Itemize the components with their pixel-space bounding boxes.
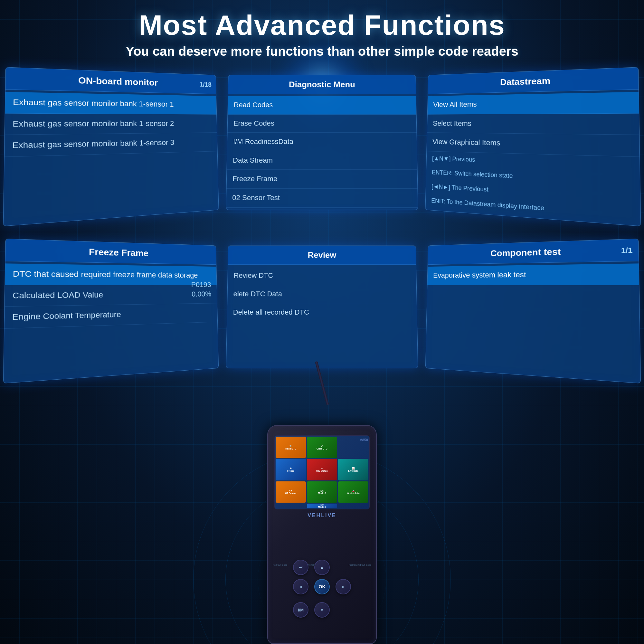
list-item: Exhaust gas sensor monilor bank 1-sensor…	[5, 113, 217, 135]
nav-ok-button[interactable]: OK	[314, 579, 330, 594]
device-screen-inner: 🔍 Read DTC ✓ Clear DTC ❄ Freeze ⚠ MIL St…	[275, 436, 369, 509]
list-item: Exhaust gas sensor monilor bank 1-sensor…	[5, 133, 217, 157]
device-btn-o2[interactable]: O₂ O2 Sensor	[276, 481, 306, 503]
list-item: elete DTC Data	[227, 285, 417, 303]
device-screen: 🔍 Read DTC ✓ Clear DTC ❄ Freeze ⚠ MIL St…	[274, 435, 370, 509]
device-btn-mode6[interactable]: M6 Mode 6	[307, 481, 337, 503]
screen-title-component: Component test	[490, 246, 561, 258]
nav-down-button[interactable]: ▼	[314, 602, 330, 618]
bottom-screens-row: Freeze Frame DTC that caused required fr…	[0, 245, 644, 368]
screen-badge-component: 1/1	[621, 246, 633, 254]
list-item: Data Stream	[227, 151, 417, 170]
screen-title-datastream: Datastream	[500, 76, 550, 87]
nav-up-button[interactable]: ▲	[314, 560, 330, 575]
status-no-fault: No Fault Code	[273, 564, 287, 566]
device-btn-empty3	[338, 504, 368, 508]
device-btn-vehicle-info[interactable]: 🚗 Vehicle Info	[338, 481, 368, 503]
device-body: 🔍 Read DTC ✓ Clear DTC ❄ Freeze ⚠ MIL St…	[267, 425, 377, 644]
device-area: 🔍 Read DTC ✓ Clear DTC ❄ Freeze ⚠ MIL St…	[209, 399, 435, 644]
nav-right-button[interactable]: ►	[336, 579, 351, 594]
screen-header-diagnostic: Diagnostic Menu	[228, 75, 416, 94]
device-btn-empty2	[276, 504, 306, 508]
device-btn-mil[interactable]: ⚠ MIL Status	[307, 459, 337, 480]
screen-header-review: Review	[228, 246, 416, 265]
list-item: Erase Codes	[227, 114, 416, 133]
list-item: Read Codes	[228, 96, 416, 115]
row-value: 0.00%	[192, 289, 211, 299]
nav-back-button[interactable]: ↩	[293, 560, 308, 575]
screen-badge-on-board: 1/18	[199, 81, 212, 88]
screen-body-freeze: DTC that caused required freeze frame da…	[4, 261, 218, 383]
screen-body-on-board: Exhaust gas sensor monilor bank 1-sensor…	[4, 90, 218, 211]
screen-body-datastream: View All Items Select Items View Graphic…	[425, 90, 640, 225]
screen-body-component: Evaporative system leak test	[426, 261, 640, 383]
device-navigation: ↩ ▲ ◄ OK ► I/M ▼	[290, 560, 354, 618]
list-item: 02 Sensor Test	[226, 189, 418, 208]
screen-review: Review Review DTC elete DTC Data Delete …	[226, 246, 418, 368]
list-item: Delete all recorded DTC	[227, 303, 417, 322]
list-item: I/M ReadinessData	[227, 133, 417, 151]
screen-diagnostic-menu: Diagnostic Menu Read Codes Erase Codes I…	[226, 75, 418, 210]
screen-title-diagnostic: Diagnostic Menu	[289, 80, 355, 89]
screen-freeze-frame: Freeze Frame DTC that caused required fr…	[3, 239, 219, 384]
list-item: DTC that caused required freeze frame da…	[5, 263, 217, 285]
screen-on-board-monitor: ON-board monitor 1/18 Exhaust gas sensor…	[3, 67, 219, 226]
device-model: V850	[360, 438, 368, 442]
screen-datastream: Datastream View All Items Select Items V…	[425, 67, 641, 226]
list-item: Freeze Frame	[226, 170, 417, 189]
screen-title-review: Review	[308, 250, 336, 260]
screen-component-test: Component test 1/1 Evaporative system le…	[425, 239, 641, 384]
row-value: P0193	[191, 280, 211, 289]
main-title: Most Advanced Functions	[0, 10, 644, 41]
screen-title-freeze: Freeze Frame	[89, 247, 148, 258]
device-btn-freeze[interactable]: ❄ Freeze	[276, 459, 306, 480]
list-item: Select Items	[427, 113, 639, 135]
device-btn-clear-dtc[interactable]: ✓ Clear DTC	[307, 437, 337, 458]
list-item: Evaporative system leak test	[427, 263, 639, 285]
list-item: Review DTC	[228, 267, 416, 285]
list-item: Calculated LOAD Value 0.00%	[5, 285, 217, 307]
device-btn-read-dtc[interactable]: 🔍 Read DTC	[276, 437, 306, 458]
list-item: Engine Coolant Temperature	[5, 303, 217, 328]
device-btn-live[interactable]: 📊 Live Data	[338, 459, 368, 480]
list-item: Exhaust gas sensor monilor bank 1-sensor…	[5, 92, 216, 114]
header: Most Advanced Functions You can deserve …	[0, 10, 644, 59]
sub-title: You can deserve more functions than othe…	[0, 44, 644, 59]
screen-title-on-board: ON-board monitor	[78, 75, 158, 88]
screen-body-diagnostic: Read Codes Erase Codes I/M ReadinessData…	[226, 94, 418, 210]
list-item: View All Items	[428, 92, 639, 114]
nav-im-button[interactable]: I/M	[293, 602, 308, 618]
device-btn-mode8[interactable]: M8 Mode 8	[307, 504, 337, 508]
device-brand: VEHLIVE	[308, 513, 336, 518]
nav-left-button[interactable]: ◄	[293, 579, 308, 594]
screen-body-review: Review DTC elete DTC Data Delete all rec…	[226, 265, 418, 368]
top-screens-row: ON-board monitor 1/18 Exhaust gas sensor…	[0, 74, 644, 209]
